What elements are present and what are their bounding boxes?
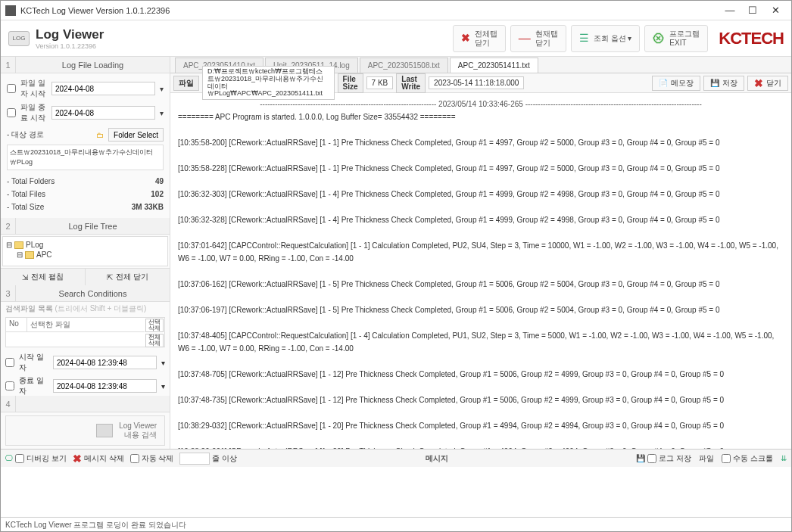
status-bar: KCTech Log Viewer 프로그램 로딩이 완료 되었습니다 — [1, 517, 791, 532]
expand-all-button[interactable]: ⇲전체 펼침 — [1, 269, 86, 285]
sidebar: 1 Log File Loading 파일 일자 시작 ▾ 파일 종료 시작 ▾… — [1, 57, 170, 449]
content-search-button[interactable]: Log Viewer 내용 검색 — [5, 415, 165, 446]
log-line: [10:36:32-328] [CRework::ActualRRSave] [… — [178, 213, 784, 226]
exit-button[interactable]: ⮾ 프로그램 EXIT — [644, 25, 708, 52]
opt-end-input[interactable] — [53, 379, 157, 393]
panel-1-title: Log File Loading — [16, 61, 170, 70]
tree-root-item[interactable]: ⊟ PLog — [6, 240, 164, 250]
delete-all-button[interactable]: 전체 삭제 — [145, 334, 164, 347]
start-date-input[interactable] — [51, 82, 155, 95]
total-files-value: 102 — [151, 190, 164, 198]
main-area: 1 Log File Loading 파일 일자 시작 ▾ 파일 종료 시작 ▾… — [1, 57, 791, 449]
close-all-tabs-button[interactable]: ✖ 전체탭 닫기 — [453, 25, 506, 52]
total-size-label: - Total Size — [7, 203, 44, 211]
exit-icon: ⮾ — [653, 31, 665, 45]
close-icon: ✖ — [461, 32, 470, 45]
log-line — [178, 291, 784, 303]
big-search-title: Log Viewer — [119, 422, 157, 430]
app-title: Log Viewer — [36, 27, 104, 42]
logo-badge-icon: LOG — [8, 31, 30, 46]
tree-child-item[interactable]: ⊟ APC — [6, 250, 164, 260]
tab-APC_2023051508.txt[interactable]: APC_2023051508.txt — [360, 58, 448, 73]
panel-1-header: 1 Log File Loading — [1, 57, 170, 73]
write-label: Last Write — [396, 73, 426, 93]
log-line: [10:37:48-735] [CRework::ActualRRSave] [… — [178, 394, 784, 406]
log-save-checkbox[interactable] — [647, 454, 656, 463]
opt-end-checkbox[interactable] — [5, 381, 14, 390]
expand-icon: ⇲ — [22, 273, 28, 282]
scroll-end-button[interactable]: ⇊ — [781, 454, 787, 462]
folder-icon — [25, 251, 34, 259]
log-line: [10:37:06-162] [CRework::ActualRRSave] [… — [178, 278, 784, 291]
app-version: Version 1.0.1.22396 — [36, 42, 104, 50]
folder-select-button[interactable]: Folder Select — [108, 128, 164, 142]
delete-selected-button[interactable]: 선택 삭제 — [145, 319, 164, 332]
collapse-icon: ⇱ — [107, 273, 113, 282]
start-date-checkbox[interactable] — [7, 84, 16, 93]
minus-icon: — — [519, 31, 531, 45]
close-window-button[interactable]: ✕ — [764, 2, 787, 19]
expand-all-label: 전체 펼침 — [31, 272, 64, 282]
log-line — [178, 201, 784, 213]
notepad-button[interactable]: 📄메모장 — [652, 76, 700, 91]
file-tree[interactable]: ⊟ PLog ⊟ APC — [2, 236, 168, 266]
over-lines-label: 줄 이상 — [212, 453, 237, 464]
log-line: [10:37:06-197] [CRework::ActualRRSave] [… — [178, 303, 784, 316]
panel-1-body: 파일 일자 시작 ▾ 파일 종료 시작 ▾ - 대상 경로 🗀 Folder S… — [1, 73, 170, 218]
panel-2-body: ⊟ PLog ⊟ APC — [1, 235, 170, 268]
toolbar: LOG Log Viewer Version 1.0.1.22396 ✖ 전체탭… — [1, 20, 791, 57]
view-options-label: 조회 옵션 ▾ — [594, 34, 632, 43]
total-files-label: - Total Files — [7, 190, 45, 198]
opt-start-input[interactable] — [53, 356, 157, 369]
search-list-hint: (트리에서 Shift + 더블클릭) — [55, 304, 147, 313]
log-line — [178, 123, 784, 136]
calendar-icon[interactable]: ▾ — [161, 382, 165, 390]
debug-view-label: 디버깅 보기 — [27, 453, 67, 464]
log-line — [178, 149, 784, 162]
opt-start-checkbox[interactable] — [5, 358, 14, 367]
tree-buttons: ⇲전체 펼침 ⇱전체 닫기 — [1, 268, 170, 285]
manual-scroll-checkbox[interactable] — [722, 454, 731, 463]
close-label: 닫기 — [766, 78, 781, 89]
calendar-icon[interactable]: ▾ — [161, 359, 165, 367]
tree-root-label: PLog — [26, 241, 43, 249]
log-line — [178, 406, 784, 419]
end-date-input[interactable] — [51, 106, 155, 120]
panel-2-num: 2 — [1, 218, 16, 234]
log-line: [10:38:29-061] [CRework::ActualRRSave] [… — [178, 445, 784, 449]
end-date-checkbox[interactable] — [7, 108, 16, 117]
opt-end-label: 종료 일자 — [19, 375, 48, 396]
minimize-button[interactable]: — — [719, 2, 741, 19]
file-label: 파일 — [173, 76, 199, 91]
big-search-sub: 내용 검색 — [119, 430, 157, 440]
notepad-icon: 📄 — [659, 79, 668, 87]
log-view[interactable]: ----------------------------------------… — [170, 93, 791, 449]
save-icon: 💾 — [636, 454, 645, 462]
tab-APC_2023051411.txt[interactable]: APC_2023051411.txt — [450, 58, 538, 73]
status-text: KCTech Log Viewer 프로그램 로딩이 완료 되었습니다 — [5, 520, 186, 530]
brand-logo: KCTECH — [719, 29, 784, 48]
app-icon — [5, 5, 16, 16]
target-path-label: - 대상 경로 — [7, 129, 92, 140]
close-current-tab-button[interactable]: — 현재탭 닫기 — [510, 25, 566, 52]
auto-delete-checkbox[interactable] — [130, 454, 139, 463]
over-lines-input[interactable] — [179, 453, 210, 465]
collapse-all-button[interactable]: ⇱전체 닫기 — [86, 269, 170, 285]
delete-msg-button[interactable]: ✖메시지 삭제 — [73, 453, 124, 465]
log-line: [10:37:48-705] [CRework::ActualRRSave] [… — [178, 368, 784, 381]
arrow-down-icon: ⇊ — [781, 454, 787, 462]
blank-area — [1, 467, 791, 517]
auto-delete-label: 자동 삭제 — [142, 453, 174, 464]
maximize-button[interactable]: ☐ — [741, 2, 764, 19]
log-line — [178, 175, 784, 188]
calendar-icon[interactable]: ▾ — [160, 109, 164, 117]
bottom-center-label: 메시지 — [245, 453, 628, 464]
close-file-button[interactable]: ✖닫기 — [747, 76, 788, 91]
panel-4-num: 4 — [1, 396, 16, 412]
close-icon: ✖ — [754, 77, 763, 89]
content-area: APC_2023051410.txtUnit_20230511_14.logAP… — [170, 57, 791, 449]
view-options-button[interactable]: ☰ 조회 옵션 ▾ — [571, 25, 641, 52]
save-button[interactable]: 💾저장 — [703, 76, 744, 91]
debug-view-checkbox[interactable] — [15, 454, 24, 463]
calendar-icon[interactable]: ▾ — [160, 85, 164, 93]
